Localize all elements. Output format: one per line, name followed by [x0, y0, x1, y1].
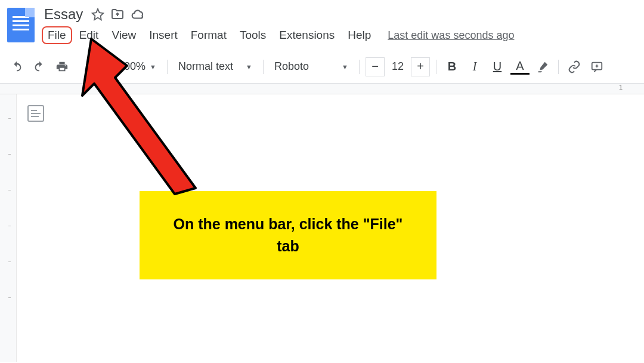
document-title[interactable]: Essay	[42, 6, 85, 23]
zoom-selector[interactable]: 100% ▼	[113, 58, 161, 75]
instruction-callout: On the menu bar, click the "File" tab	[140, 191, 436, 279]
chevron-down-icon: ▼	[342, 63, 348, 70]
insert-link-button[interactable]	[565, 57, 584, 76]
toolbar: 100% ▼ Normal text ▼ Roboto ▼ − + B I U …	[0, 50, 644, 84]
font-size-group: − +	[366, 57, 430, 76]
underline-button[interactable]: U	[488, 57, 507, 76]
add-comment-button[interactable]	[587, 57, 606, 76]
undo-icon[interactable]	[7, 57, 26, 76]
document-outline-icon[interactable]	[27, 105, 44, 122]
paragraph-style-value: Normal text	[178, 60, 233, 73]
text-color-button[interactable]: A	[510, 59, 530, 75]
toolbar-divider	[558, 60, 559, 74]
increase-font-button[interactable]: +	[411, 57, 430, 76]
chevron-down-icon: ▼	[150, 63, 156, 70]
ruler-marker-label: 1	[619, 84, 623, 91]
menu-view[interactable]: View	[106, 26, 142, 44]
menu-file[interactable]: File	[42, 26, 72, 44]
chevron-down-icon: ▼	[246, 63, 252, 70]
menu-help[interactable]: Help	[342, 26, 377, 44]
toolbar-divider	[263, 60, 264, 74]
menu-tools[interactable]: Tools	[234, 26, 272, 44]
menu-insert[interactable]: Insert	[143, 26, 184, 44]
docs-logo-icon[interactable]	[7, 8, 35, 42]
horizontal-ruler: 1	[0, 84, 644, 94]
font-size-input[interactable]	[385, 57, 411, 76]
bold-button[interactable]: B	[442, 57, 462, 76]
decrease-font-button[interactable]: −	[366, 57, 385, 76]
move-folder-icon[interactable]	[110, 7, 125, 21]
print-icon[interactable]	[52, 57, 72, 76]
star-icon[interactable]	[91, 8, 104, 21]
font-selector[interactable]: Roboto ▼	[270, 58, 353, 75]
highlight-color-button[interactable]	[533, 57, 552, 76]
paragraph-style-selector[interactable]: Normal text ▼	[174, 58, 257, 75]
callout-text: On the menu bar, click the "File" tab	[163, 213, 413, 258]
toolbar-divider	[436, 60, 436, 74]
font-value: Roboto	[274, 60, 309, 73]
menu-extensions[interactable]: Extensions	[273, 26, 340, 44]
zoom-value: 100%	[118, 60, 145, 73]
menu-format[interactable]: Format	[185, 26, 233, 44]
last-edit-link[interactable]: Last edit was seconds ago	[388, 29, 514, 42]
menubar: File Edit View Insert Format Tools Exten…	[42, 26, 514, 44]
redo-icon[interactable]	[30, 57, 49, 76]
vertical-ruler	[0, 94, 17, 362]
menu-edit[interactable]: Edit	[73, 26, 105, 44]
cloud-status-icon[interactable]	[131, 7, 146, 22]
italic-button[interactable]: I	[465, 57, 484, 76]
toolbar-divider	[359, 60, 360, 74]
toolbar-divider	[167, 60, 168, 74]
